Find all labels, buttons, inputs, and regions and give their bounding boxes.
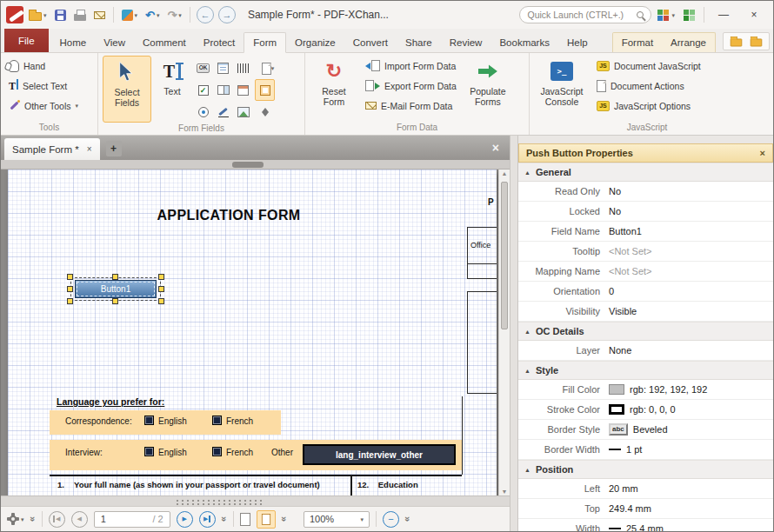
property-row-fill-color[interactable]: Fill Colorrgb: 192, 192, 192 bbox=[518, 380, 773, 400]
other-text-field[interactable]: lang_interview_other bbox=[303, 444, 456, 465]
email-button[interactable] bbox=[91, 4, 108, 25]
document-area[interactable]: APPLICATION FORM P Office Button1 bbox=[1, 170, 510, 495]
section-general[interactable]: ▲General bbox=[518, 163, 773, 182]
document-javascript-button[interactable]: JSDocument JavaScript bbox=[593, 56, 704, 76]
horizontal-scrollbar[interactable] bbox=[1, 160, 510, 170]
options-gear-button[interactable]: ▾ bbox=[7, 513, 24, 525]
other-tools-button[interactable]: Other Tools▾ bbox=[5, 96, 92, 116]
list-box-field-button[interactable] bbox=[213, 57, 233, 79]
property-row-locked[interactable]: LockedNo bbox=[518, 202, 773, 222]
chevron-down-icon[interactable]: » bbox=[403, 516, 413, 522]
vertical-scrollbar[interactable]: ▲ ▼ bbox=[498, 170, 510, 495]
radio-button-field-button[interactable] bbox=[193, 101, 213, 123]
combo-box-field-button[interactable] bbox=[213, 79, 233, 101]
undo-button[interactable]: ↶▾ bbox=[143, 4, 162, 25]
property-row-width[interactable]: Width25.4 mm bbox=[518, 519, 773, 531]
property-row-read-only[interactable]: Read OnlyNo bbox=[518, 182, 773, 202]
history-forward-button[interactable]: → bbox=[218, 6, 236, 23]
zoom-select[interactable]: 100%▾ bbox=[304, 511, 370, 528]
tab-protect[interactable]: Protect bbox=[195, 33, 244, 52]
zoom-out-button[interactable]: − bbox=[383, 511, 399, 528]
signature-field-button[interactable] bbox=[213, 101, 233, 123]
print-button[interactable] bbox=[71, 4, 89, 25]
tab-view[interactable]: View bbox=[95, 33, 134, 52]
selection-handle[interactable] bbox=[67, 286, 73, 292]
tab-home[interactable]: Home bbox=[51, 33, 96, 52]
property-row-border-width[interactable]: Border Width1 pt bbox=[518, 440, 773, 460]
date-field-button[interactable] bbox=[233, 79, 253, 101]
tab-convert[interactable]: Convert bbox=[344, 33, 397, 52]
redo-button[interactable]: ↷▾ bbox=[164, 4, 183, 25]
quick-folder-icon[interactable] bbox=[731, 39, 743, 47]
correspondence-english-checkbox[interactable] bbox=[144, 416, 154, 425]
first-page-button[interactable]: ◀ bbox=[49, 511, 65, 528]
fit-page-toggle[interactable] bbox=[257, 510, 276, 529]
selection-handle[interactable] bbox=[112, 298, 118, 304]
select-fields-button[interactable]: Select Fields bbox=[103, 56, 151, 123]
tab-format[interactable]: Format bbox=[613, 33, 662, 52]
tab-comment[interactable]: Comment bbox=[134, 33, 195, 52]
section-position[interactable]: ▲Position bbox=[518, 460, 773, 479]
interview-english-checkbox[interactable] bbox=[144, 447, 154, 456]
selection-handle[interactable] bbox=[67, 298, 73, 304]
document-actions-button[interactable]: Document Actions bbox=[593, 76, 704, 96]
chevron-down-icon[interactable]: » bbox=[219, 516, 230, 522]
scrollbar-thumb[interactable] bbox=[232, 162, 264, 168]
tab-organize[interactable]: Organize bbox=[286, 33, 344, 52]
tab-share[interactable]: Share bbox=[397, 33, 441, 52]
selection-handle[interactable] bbox=[158, 274, 164, 280]
interview-french-checkbox[interactable] bbox=[212, 447, 222, 456]
scroll-up-arrow-icon[interactable]: ▲ bbox=[502, 170, 508, 176]
javascript-options-button[interactable]: JSJavaScript Options bbox=[593, 96, 704, 116]
barcode-field-button[interactable] bbox=[233, 57, 253, 79]
save-button[interactable] bbox=[52, 4, 69, 25]
selection-handle[interactable] bbox=[158, 298, 164, 304]
scrollbar-thumb[interactable] bbox=[501, 182, 508, 329]
push-button-widget[interactable]: Button1 bbox=[75, 280, 157, 298]
javascript-console-button[interactable]: >_ JavaScript Console bbox=[534, 56, 590, 122]
sessions-button[interactable] bbox=[680, 4, 698, 25]
section-style[interactable]: ▲Style bbox=[518, 361, 773, 380]
text-field-button[interactable]: T Text bbox=[153, 56, 191, 123]
property-row-left[interactable]: Left20 mm bbox=[518, 479, 773, 499]
property-row-stroke-color[interactable]: Stroke Colorrgb: 0, 0, 0 bbox=[518, 400, 773, 420]
property-row-visibility[interactable]: VisibilityVisible bbox=[518, 302, 773, 322]
selected-push-button-field[interactable]: Button1 bbox=[70, 277, 161, 301]
push-button-field-button[interactable]: OK bbox=[193, 57, 213, 79]
selection-handle[interactable] bbox=[67, 274, 73, 280]
quick-open-icon[interactable] bbox=[751, 39, 763, 47]
drag-handle-dots[interactable] bbox=[175, 499, 265, 505]
fill-color-swatch[interactable] bbox=[609, 384, 624, 395]
single-page-view-icon[interactable] bbox=[240, 513, 250, 526]
profiles-button[interactable]: ▾ bbox=[654, 4, 677, 25]
panel-splitter[interactable] bbox=[510, 136, 518, 531]
property-row-orientation[interactable]: Orientation0 bbox=[518, 282, 773, 302]
correspondence-french-checkbox[interactable] bbox=[212, 416, 222, 425]
tab-help[interactable]: Help bbox=[558, 33, 597, 52]
image-field-button[interactable] bbox=[233, 101, 253, 123]
next-page-button[interactable]: ▶ bbox=[177, 511, 193, 528]
property-row-layer[interactable]: LayerNone bbox=[518, 341, 773, 361]
bottom-splitter-strip[interactable] bbox=[1, 495, 510, 506]
export-form-data-button[interactable]: Export Form Data bbox=[362, 76, 460, 96]
reset-form-button[interactable]: ↻ Reset Form bbox=[310, 56, 358, 122]
property-row-field-name[interactable]: Field NameButton1 bbox=[518, 222, 773, 242]
minimize-button[interactable]: — bbox=[710, 4, 737, 25]
pdf-page[interactable]: APPLICATION FORM P Office Button1 bbox=[8, 170, 497, 495]
hand-tool-button[interactable]: Hand bbox=[5, 56, 92, 76]
close-document-button[interactable]: × bbox=[492, 141, 499, 155]
highlight-fields-toggle[interactable] bbox=[255, 79, 275, 101]
chevron-down-icon[interactable]: » bbox=[279, 516, 290, 522]
property-row-border-style[interactable]: Border StyleabcBeveled bbox=[518, 420, 773, 440]
property-row-tooltip[interactable]: Tooltip<Not Set> bbox=[518, 242, 773, 262]
stroke-color-swatch[interactable] bbox=[609, 404, 624, 415]
close-button[interactable]: × bbox=[740, 4, 768, 25]
select-text-tool-button[interactable]: TSelect Text bbox=[5, 76, 92, 96]
tab-review[interactable]: Review bbox=[441, 33, 491, 52]
section-oc-details[interactable]: ▲OC Details bbox=[518, 322, 773, 341]
more-field-tools-button[interactable]: ▾ bbox=[255, 57, 281, 79]
last-page-button[interactable]: ▶ bbox=[199, 511, 216, 528]
selection-handle[interactable] bbox=[158, 286, 164, 292]
import-form-data-button[interactable]: Import Form Data bbox=[362, 56, 460, 76]
previous-page-button[interactable]: ◀ bbox=[71, 511, 88, 528]
